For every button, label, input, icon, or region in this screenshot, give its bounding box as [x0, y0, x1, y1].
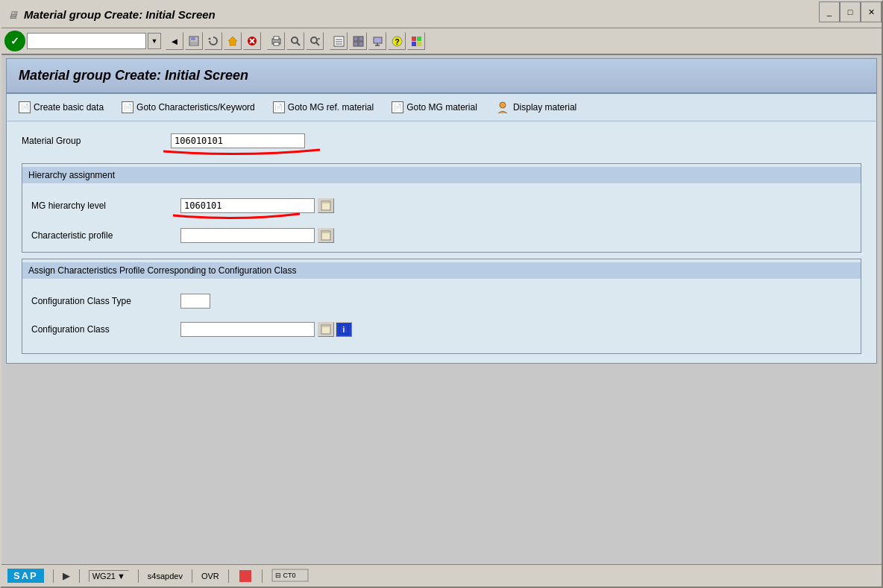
characteristic-profile-row: Characteristic profile — [31, 225, 852, 246]
back-button[interactable]: ◄ — [166, 32, 183, 50]
refresh-button[interactable] — [204, 32, 222, 50]
svg-rect-31 — [412, 42, 416, 46]
system-info: ⊟ CT0 — [271, 569, 309, 584]
status-separator-2 — [79, 569, 80, 583]
svg-rect-10 — [274, 42, 279, 45]
settings-button[interactable] — [330, 32, 348, 50]
hierarchy-section: Hierarchy assignment MG hierarchy level — [22, 163, 861, 253]
form-title-section: Material group Create: Initial Screen — [7, 59, 876, 94]
svg-rect-32 — [417, 42, 421, 46]
main-toolbar: ✓ ▼ ◄ — [1, 28, 882, 55]
system-value: s4sapdev — [148, 572, 183, 581]
monitor-button[interactable] — [368, 32, 386, 50]
mg-hierarchy-row: MG hierarchy level — [31, 195, 852, 216]
svg-rect-29 — [412, 37, 416, 41]
config-class-row: Configuration Class i — [31, 319, 852, 340]
material-group-row: Material Group — [22, 130, 861, 151]
check-button[interactable]: ✓ — [4, 31, 25, 51]
svg-line-12 — [297, 42, 300, 45]
home-button[interactable] — [224, 32, 242, 50]
config-section-header: Assign Characteristics Profile Correspon… — [22, 262, 861, 279]
window-controls: _ □ ✕ — [819, 1, 882, 22]
svg-text:i: i — [343, 326, 345, 334]
form-fields-area: Material Group Hierarchy assignment MG h… — [7, 121, 876, 363]
display-material-label: Display material — [513, 102, 576, 113]
sap-logo: SAP — [7, 569, 44, 583]
config-section-body: Configuration Class Type Configuration C… — [22, 285, 861, 353]
config-class-input[interactable] — [180, 322, 315, 337]
characteristic-profile-lookup-button[interactable] — [318, 228, 334, 243]
goto-characteristics-label: Goto Characteristics/Keyword — [136, 102, 255, 113]
client-dropdown[interactable]: WG21 ▼ — [89, 570, 129, 582]
hierarchy-section-body: MG hierarchy level Characteristic profil… — [22, 189, 861, 252]
stop-button[interactable] — [243, 32, 261, 50]
svg-rect-30 — [417, 37, 421, 41]
restore-button[interactable]: □ — [840, 1, 861, 22]
svg-rect-9 — [274, 37, 279, 39]
title-bar: 🖥 Material group Create: Initial Screen … — [1, 1, 882, 28]
svg-line-14 — [316, 42, 319, 45]
color-button[interactable] — [407, 32, 425, 50]
find-next-button[interactable] — [306, 32, 324, 50]
command-field[interactable] — [27, 33, 146, 49]
save-button[interactable] — [185, 32, 203, 50]
create-basic-data-label: Create basic data — [34, 102, 104, 113]
config-section: Assign Characteristics Profile Correspon… — [22, 259, 861, 354]
create-basic-data-icon: 📄 — [19, 101, 31, 113]
play-icon[interactable]: ▶ — [63, 570, 70, 581]
command-dropdown-arrow[interactable]: ▼ — [148, 33, 161, 49]
form-title: Material group Create: Initial Screen — [19, 68, 864, 83]
config-class-lookup-button[interactable] — [318, 322, 334, 337]
main-content-area: Material group Create: Initial Screen 📄 … — [6, 58, 877, 364]
grid-button[interactable] — [349, 32, 367, 50]
material-group-input[interactable] — [171, 133, 305, 148]
characteristic-profile-input[interactable] — [180, 228, 315, 243]
find-button[interactable] — [286, 32, 304, 50]
svg-rect-39 — [322, 326, 330, 327]
status-separator-1 — [53, 569, 54, 583]
config-class-info-button[interactable]: i — [336, 322, 352, 337]
svg-marker-4 — [228, 37, 237, 45]
svg-text:?: ? — [395, 38, 399, 46]
svg-rect-2 — [190, 42, 198, 45]
goto-mg-ref-label: Goto MG ref. material — [288, 102, 374, 113]
minimize-button[interactable]: _ — [819, 1, 840, 22]
goto-mg-material-icon: 📄 — [392, 101, 403, 113]
status-separator-6 — [262, 569, 263, 583]
mode-value: OVR — [201, 572, 219, 581]
status-indicator-red — [239, 570, 251, 582]
svg-point-33 — [500, 102, 506, 108]
goto-characteristics-button[interactable]: 📄 Goto Characteristics/Keyword — [119, 100, 258, 115]
create-basic-data-button[interactable]: 📄 Create basic data — [16, 100, 107, 115]
svg-point-13 — [311, 37, 317, 43]
svg-text:⊟ CT0: ⊟ CT0 — [275, 572, 296, 579]
hierarchy-section-header: Hierarchy assignment — [22, 167, 861, 183]
window-title: Material group Create: Initial Screen — [24, 8, 216, 21]
close-button[interactable]: ✕ — [861, 1, 882, 22]
mg-hierarchy-lookup-button[interactable] — [318, 198, 334, 213]
status-separator-4 — [192, 569, 192, 583]
hierarchy-section-title: Hierarchy assignment — [28, 170, 115, 180]
config-class-type-row: Configuration Class Type — [31, 291, 852, 312]
title-icon: 🖥 — [7, 9, 18, 21]
client-dropdown-arrow: ▼ — [117, 572, 125, 581]
print-button[interactable] — [267, 32, 285, 50]
svg-rect-24 — [374, 37, 382, 43]
svg-rect-21 — [359, 37, 363, 41]
client-value: WG21 — [92, 572, 116, 581]
mg-hierarchy-input[interactable] — [180, 198, 315, 213]
config-section-title: Assign Characteristics Profile Correspon… — [28, 265, 297, 276]
goto-mg-ref-button[interactable]: 📄 Goto MG ref. material — [270, 100, 377, 115]
characteristic-profile-label: Characteristic profile — [31, 230, 180, 241]
status-bar: SAP ▶ WG21 ▼ s4sapdev OVR ⊟ CT0 — [1, 564, 882, 587]
display-material-button[interactable]: Display material — [492, 98, 579, 116]
material-group-label: Material Group — [22, 136, 171, 146]
display-material-icon — [495, 100, 510, 115]
svg-rect-23 — [359, 42, 363, 46]
svg-rect-22 — [353, 42, 358, 46]
goto-mg-material-button[interactable]: 📄 Goto MG material — [389, 100, 480, 115]
svg-rect-20 — [353, 37, 358, 41]
help-button[interactable]: ? — [388, 32, 406, 50]
svg-point-11 — [292, 37, 298, 43]
config-class-type-input[interactable] — [180, 294, 210, 309]
